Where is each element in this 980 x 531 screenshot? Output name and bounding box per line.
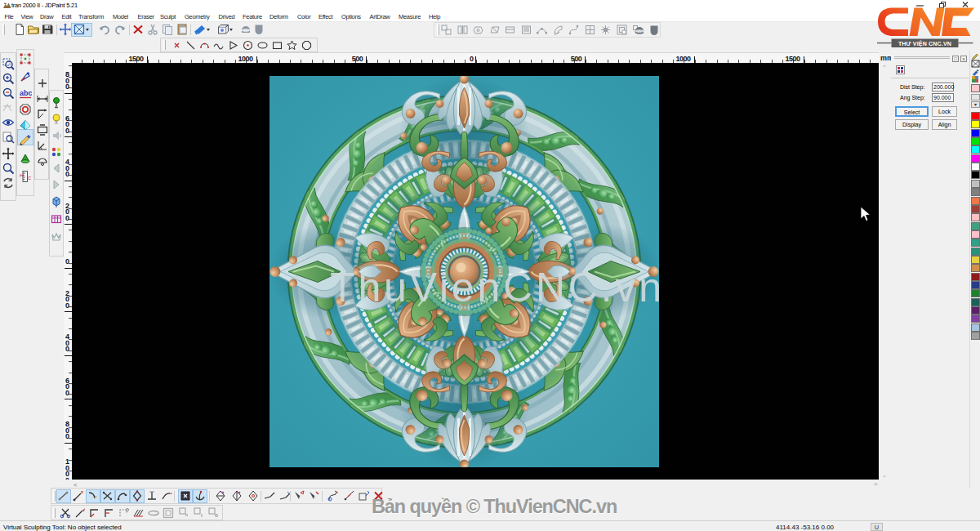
svg-text:THƯ VIỆN CNC.VN: THƯ VIỆN CNC.VN bbox=[898, 40, 951, 47]
svg-text:ThuVienCNC.vn: ThuVienCNC.vn bbox=[330, 265, 659, 310]
svg-text:C: C bbox=[28, 176, 31, 181]
svg-text:H: H bbox=[20, 173, 23, 178]
svg-text:abc: abc bbox=[20, 89, 32, 97]
